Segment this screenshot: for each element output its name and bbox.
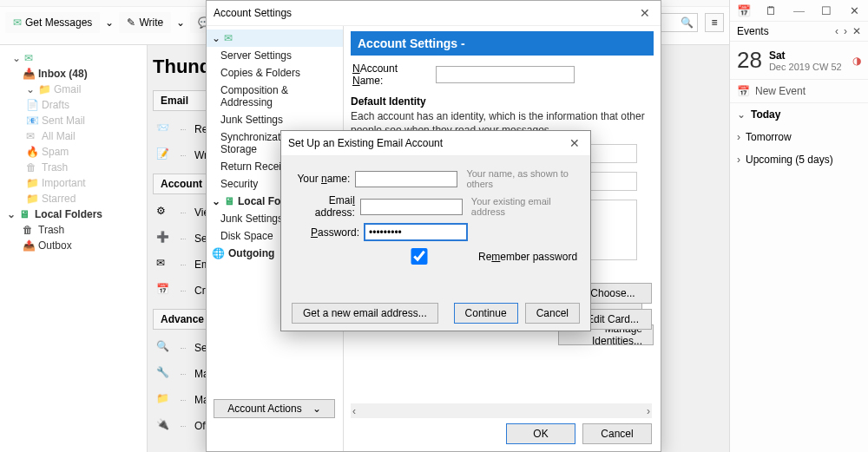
account-settings-header: Account Settings - xyxy=(351,31,654,56)
calendar-panel: 📅 🗒 — ☐ ✕ Events ‹ › ✕ 28 Sat Dec 2019 C… xyxy=(729,0,868,452)
your-name-input[interactable] xyxy=(355,171,457,187)
outbox-folder[interactable]: Outbox xyxy=(0,238,147,253)
blurred-folder[interactable]: ⌄Gmail xyxy=(0,82,147,97)
menu-button[interactable]: ≡ xyxy=(705,13,724,32)
email-label: Email address: xyxy=(292,194,355,219)
write-dropdown[interactable]: ⌄ xyxy=(174,16,187,29)
blurred-folder[interactable]: ✉All Mail xyxy=(0,128,147,144)
blurred-folder[interactable]: 🗑Trash xyxy=(0,160,147,175)
continue-button[interactable]: Continue xyxy=(454,303,518,324)
folder-tree: ⌄ 📥Inbox (48) ⌄Gmail 📄Drafts 📧Sent Mail … xyxy=(0,45,148,452)
today-section[interactable]: ⌄Today xyxy=(730,103,868,126)
date-sub: Dec 2019 CW 52 xyxy=(769,62,842,72)
calendar-icon[interactable]: 📅 xyxy=(730,4,758,17)
minimize-button[interactable]: — xyxy=(786,4,813,17)
search-icon: 🔍 xyxy=(681,16,694,29)
dialog-title: Account Settings xyxy=(214,7,292,19)
horizontal-scrollbar[interactable]: ‹› xyxy=(351,403,652,418)
tree-composition[interactable]: Composition & Addressing xyxy=(207,82,343,111)
email-input[interactable] xyxy=(360,199,463,215)
blurred-folder[interactable]: Starred xyxy=(0,191,147,206)
default-identity-heading: Default Identity xyxy=(351,95,654,108)
window-controls: 📅 🗒 — ☐ ✕ xyxy=(730,0,868,22)
email-hint: Your existing email address xyxy=(471,196,580,217)
setup-dialog-title: Set Up an Existing Email Account xyxy=(288,137,443,149)
tree-junk[interactable]: Junk Settings xyxy=(207,111,343,128)
close-pane-button[interactable]: ✕ xyxy=(852,25,861,37)
today-marker-icon: ◑ xyxy=(852,55,861,67)
account-name-input[interactable] xyxy=(436,66,575,83)
remember-password-label: Remember password xyxy=(478,251,577,263)
tasks-icon[interactable]: 🗒 xyxy=(758,4,786,17)
account-tree-account[interactable]: ⌄ xyxy=(207,29,343,47)
new-event-button[interactable]: New Event xyxy=(730,80,868,103)
close-icon[interactable]: ✕ xyxy=(566,136,583,150)
day-number: 28 xyxy=(737,47,762,74)
get-messages-button[interactable]: Get Messages xyxy=(5,12,100,33)
close-icon[interactable]: ✕ xyxy=(636,6,654,20)
events-heading: Events xyxy=(737,25,769,37)
account-actions-button[interactable]: Account Actions xyxy=(214,399,335,418)
prev-button[interactable]: ‹ xyxy=(835,25,838,37)
your-name-label: Your name: xyxy=(292,173,350,185)
cancel-button[interactable]: Cancel xyxy=(582,423,652,444)
blurred-folder[interactable]: Important xyxy=(0,175,147,191)
tomorrow-section[interactable]: ›Tomorrow xyxy=(730,126,868,148)
local-folders-node[interactable]: ⌄🖥Local Folders xyxy=(0,206,147,222)
password-input[interactable] xyxy=(365,224,467,240)
blurred-folder[interactable]: 📧Sent Mail xyxy=(0,113,147,128)
get-messages-dropdown[interactable]: ⌄ xyxy=(103,16,115,29)
blurred-folder[interactable]: 📄Drafts xyxy=(0,97,147,113)
setup-cancel-button[interactable]: Cancel xyxy=(525,303,580,324)
write-button[interactable]: ✎ Write xyxy=(119,12,171,33)
ok-button[interactable]: OK xyxy=(506,423,575,444)
remember-password-checkbox[interactable] xyxy=(368,248,470,265)
dialog-titlebar: Account Settings ✕ xyxy=(207,1,661,26)
tree-server-settings[interactable]: Server Settings xyxy=(207,47,343,64)
inbox-folder[interactable]: 📥Inbox (48) xyxy=(0,66,147,82)
next-button[interactable]: › xyxy=(844,25,847,37)
password-label: Password: xyxy=(292,226,359,239)
close-window-button[interactable]: ✕ xyxy=(840,4,868,17)
day-name: Sat xyxy=(769,49,842,62)
blurred-folder[interactable]: 🔥Spam xyxy=(0,144,147,160)
get-new-address-button[interactable]: Get a new email address... xyxy=(292,303,438,324)
today-date[interactable]: 28 Sat Dec 2019 CW 52 ◑ xyxy=(730,42,868,80)
tree-copies-folders[interactable]: Copies & Folders xyxy=(207,64,343,82)
setup-email-dialog: Set Up an Existing Email Account ✕ Your … xyxy=(280,130,591,331)
maximize-button[interactable]: ☐ xyxy=(812,4,840,17)
account-node[interactable]: ⌄ xyxy=(0,50,147,66)
upcoming-section[interactable]: ›Upcoming (5 days) xyxy=(730,148,868,171)
trash-folder[interactable]: Trash xyxy=(0,222,147,238)
account-name-label: NAccount Name:Account Name: xyxy=(352,62,431,87)
your-name-hint: Your name, as shown to others xyxy=(466,168,580,189)
